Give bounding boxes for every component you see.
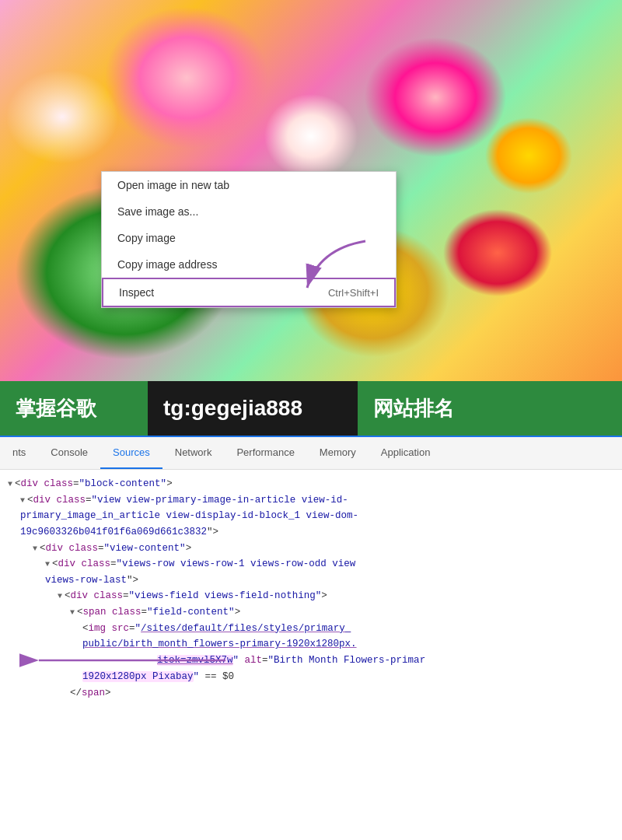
code-line-14: </span> bbox=[70, 685, 614, 702]
code-line-4: 19c9603326b041f01f6a069d661c3832"> bbox=[20, 524, 614, 541]
tab-performance[interactable]: Performance bbox=[224, 437, 306, 469]
context-menu-open-image[interactable]: Open image in new tab bbox=[102, 172, 396, 198]
banner-right: 网站排名 bbox=[358, 381, 622, 436]
devtools-panel: nts Console Sources Network Performance … bbox=[0, 436, 622, 754]
tab-application[interactable]: Application bbox=[369, 437, 443, 469]
banner-center: tg:gegejia888 bbox=[148, 381, 358, 436]
tab-elements[interactable]: nts bbox=[0, 437, 38, 469]
devtools-tabs: nts Console Sources Network Performance … bbox=[0, 437, 622, 470]
devtools-arrow-container: itok=zmvl5X7w" alt="Birth Month Flowers-… bbox=[8, 653, 614, 669]
tab-network[interactable]: Network bbox=[162, 437, 225, 469]
tab-console[interactable]: Console bbox=[38, 437, 100, 469]
code-line-6: ▼<div class="views-row views-row-1 views… bbox=[45, 556, 614, 572]
devtools-code: ▼<div class="block-content"> ▼<div class… bbox=[0, 470, 622, 756]
inspect-arrow bbox=[295, 233, 389, 314]
code-line-10: <img src="/sites/default/files/styles/pr… bbox=[82, 621, 614, 637]
banner-overlay: 掌握谷歌 tg:gegejia888 网站排名 bbox=[0, 381, 622, 436]
code-line-9: ▼<span class="field-content"> bbox=[70, 604, 614, 621]
devtools-arrow bbox=[16, 649, 233, 678]
code-line-3: primary_image_in_article view-display-id… bbox=[20, 508, 614, 524]
tab-memory[interactable]: Memory bbox=[307, 437, 369, 469]
code-line-1: ▼<div class="block-content"> bbox=[8, 476, 614, 492]
code-line-7: views-row-last"> bbox=[45, 572, 614, 589]
banner-left: 掌握谷歌 bbox=[0, 381, 148, 436]
flower-image: Open image in new tab Save image as... C… bbox=[0, 0, 622, 389]
tab-sources[interactable]: Sources bbox=[100, 437, 162, 469]
code-line-2: ▼<div class="view view-primary-image-in-… bbox=[20, 492, 614, 509]
context-menu-save-image[interactable]: Save image as... bbox=[102, 198, 396, 225]
code-line-5: ▼<div class="view-content"> bbox=[33, 541, 614, 557]
code-line-8: ▼<div class="views-field views-field-not… bbox=[58, 588, 614, 604]
